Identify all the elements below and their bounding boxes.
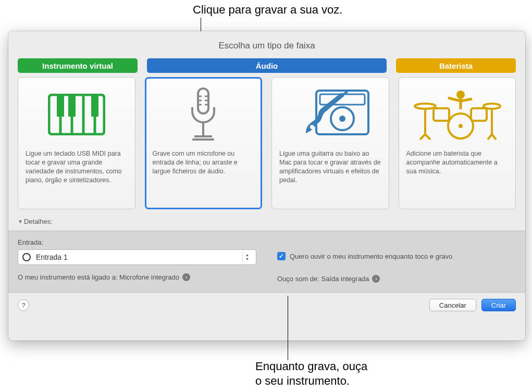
input-select-value: Entrada 1 [36, 253, 237, 261]
card-virtual-desc: Ligue um teclado USB MIDI para tocar e g… [26, 149, 128, 185]
guitar-amp-icon [279, 86, 381, 143]
dialog-footer: ? Cancelar Criar [8, 293, 525, 318]
output-device-link[interactable]: Ouço som de: Saída integrada › [277, 275, 516, 283]
stepper-arrows-icon: ▲▼ [242, 251, 252, 263]
microphone-icon [153, 86, 255, 143]
annotation-top: Clique para gravar a sua voz. [193, 3, 342, 17]
callout-line-bottom [288, 296, 288, 360]
svg-point-21 [339, 116, 345, 122]
details-left-col: Entrada: Entrada 1 ▲▼ O meu instrumento … [18, 238, 256, 283]
card-audio-microphone[interactable]: Grave com um microfone ou entrada de lin… [145, 77, 263, 209]
svg-rect-5 [57, 96, 64, 117]
tab-virtual-instrument[interactable]: Instrumento virtual [18, 58, 138, 73]
svg-point-24 [456, 91, 465, 99]
input-label: Entrada: [18, 238, 256, 246]
svg-point-25 [415, 104, 436, 109]
svg-point-22 [310, 125, 314, 129]
card-guitar-desc: Ligue uma guitarra ou baixo ao Mac para … [279, 149, 381, 185]
input-select[interactable]: Entrada 1 ▲▼ [18, 249, 256, 265]
details-disclosure[interactable]: ▼ Detalhes: [8, 216, 525, 231]
output-device-text: Ouço som de: Saída integrada [277, 275, 369, 283]
annotation-bottom: Enquanto grava, ouça o seu instrumento. [255, 359, 367, 388]
svg-line-27 [420, 134, 425, 140]
checkbox-checked-icon: ✓ [277, 252, 286, 260]
help-button[interactable]: ? [18, 299, 29, 311]
card-drummer[interactable]: Adicione um baterista que acompanhe auto… [399, 77, 516, 209]
new-track-dialog: Escolha um tipo de faixa Instrumento vir… [8, 31, 525, 340]
help-icon: ? [21, 301, 25, 309]
svg-line-36 [492, 134, 496, 140]
monitor-checkbox-row[interactable]: ✓ Quero ouvir o meu instrumento enquanto… [277, 252, 516, 260]
svg-rect-29 [434, 108, 449, 121]
disclosure-triangle-icon: ▼ [18, 219, 23, 224]
details-label: Detalhes: [24, 218, 53, 225]
annotation-bottom-line1: Enquanto grava, ouça [255, 360, 367, 373]
svg-rect-32 [471, 108, 487, 121]
chevron-right-icon: › [182, 273, 190, 281]
tab-audio[interactable]: Áudio [147, 58, 387, 73]
card-mic-desc: Grave com um microfone ou entrada de lin… [153, 149, 255, 176]
card-audio-guitar[interactable]: Ligue uma guitarra ou baixo ao Mac para … [271, 77, 389, 209]
svg-rect-7 [91, 96, 98, 117]
dialog-title: Escolha um tipo de faixa [8, 31, 525, 58]
svg-rect-6 [68, 96, 76, 117]
monitor-checkbox-label: Quero ouvir o meu instrumento enquanto t… [290, 252, 452, 260]
annotation-bottom-line2: o seu instrumento. [255, 374, 350, 387]
details-right-col: ✓ Quero ouvir o meu instrumento enquanto… [277, 238, 516, 283]
card-virtual-instrument[interactable]: Ligue um teclado USB MIDI para tocar e g… [18, 77, 135, 209]
svg-point-31 [459, 124, 463, 128]
card-drummer-desc: Adicione um baterista que acompanhe auto… [406, 149, 509, 176]
details-panel: Entrada: Entrada 1 ▲▼ O meu instrumento … [8, 231, 525, 293]
input-device-text: O meu instrumento está ligado a: Microfo… [18, 273, 179, 281]
cancel-button[interactable]: Cancelar [429, 299, 476, 311]
input-channel-icon [22, 253, 31, 261]
input-device-link[interactable]: O meu instrumento está ligado a: Microfo… [18, 273, 256, 281]
piano-keyboard-icon [26, 86, 128, 143]
chevron-right-icon: › [372, 275, 380, 283]
svg-line-28 [425, 134, 430, 140]
drummer-icon [406, 86, 509, 143]
svg-point-33 [484, 104, 500, 109]
tab-drummer[interactable]: Baterista [396, 58, 516, 73]
tabs-row: Instrumento virtual Áudio Baterista [8, 58, 525, 77]
cards-row: Ligue um teclado USB MIDI para tocar e g… [8, 77, 525, 216]
create-button[interactable]: Criar [481, 299, 516, 311]
